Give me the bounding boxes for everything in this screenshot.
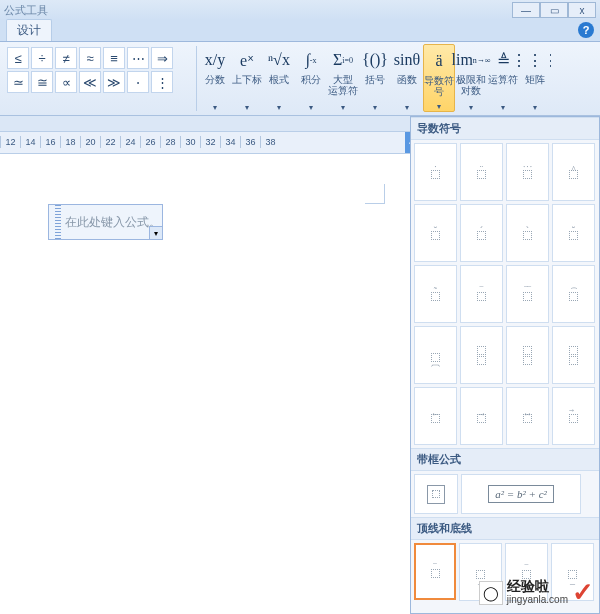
struct-label: 括号 — [365, 74, 385, 85]
struct-label: 矩阵 — [525, 74, 545, 85]
chevron-down-icon: ▾ — [277, 103, 281, 112]
accent-option[interactable]: ´ — [460, 204, 503, 262]
accent-option[interactable]: ‾ — [460, 265, 503, 323]
accent-option[interactable] — [552, 326, 595, 384]
struct-icon: ∫-x — [305, 46, 316, 74]
struct-icon: Σi=0 — [333, 46, 353, 74]
symbol-cell[interactable]: ∝ — [55, 71, 77, 93]
structure-group: x/y分数▾eˣ上下标▾ⁿ√x根式▾∫-x积分▾Σi=0大型运算符▾{()}括号… — [197, 42, 551, 115]
accent-option[interactable]: ^ — [552, 143, 595, 201]
struct-label: 导数符号 — [424, 75, 454, 97]
struct-icon: ⋮⋮⋮ — [511, 46, 551, 74]
accent-dropdown-panel: 导数符号 ˙¨˙˙˙^ˇ´`˘˜‾‾‾⏞⏠←→↔⃗ 带框公式 a² = b² +… — [410, 116, 600, 614]
symbol-cell[interactable]: ⇒ — [151, 47, 173, 69]
struct-极限和对数[interactable]: limn→∞极限和对数▾ — [455, 44, 487, 112]
bar-option[interactable]: ‾ — [414, 543, 456, 600]
symbol-cell[interactable]: ≠ — [55, 47, 77, 69]
struct-icon: limn→∞ — [451, 46, 490, 74]
symbol-cell[interactable]: ≪ — [79, 71, 101, 93]
struct-根式[interactable]: ⁿ√x根式▾ — [263, 44, 295, 112]
struct-函数[interactable]: sinθ函数▾ — [391, 44, 423, 112]
accent-option[interactable]: ` — [506, 204, 549, 262]
boxed-grid: a² = b² + c² — [411, 471, 599, 517]
watermark-check-icon: ✓ — [572, 577, 594, 608]
section-header-accent: 导数符号 — [411, 117, 599, 140]
accent-option[interactable]: ⏠ — [414, 326, 457, 384]
chevron-down-icon: ▾ — [437, 102, 441, 111]
equation-handle[interactable] — [55, 205, 61, 239]
struct-括号[interactable]: {()}括号▾ — [359, 44, 391, 112]
struct-label: 运算符 — [488, 74, 518, 85]
accent-option[interactable]: → — [460, 387, 503, 445]
chevron-down-icon: ▾ — [213, 103, 217, 112]
watermark-text-cn: 经验啦 — [507, 580, 568, 593]
struct-icon: eˣ — [240, 46, 254, 74]
accent-option[interactable]: ‾‾ — [506, 265, 549, 323]
accent-option[interactable]: ˙˙˙ — [506, 143, 549, 201]
symbol-cell[interactable]: ⋯ — [127, 47, 149, 69]
equation-placeholder-box[interactable]: 在此处键入公式。 ▾ — [48, 204, 163, 240]
symbol-cell[interactable]: ≃ — [7, 71, 29, 93]
struct-icon: {()} — [362, 46, 388, 74]
struct-icon: x/y — [205, 46, 225, 74]
accent-option[interactable]: ˙ — [414, 143, 457, 201]
symbol-cell[interactable]: ≤ — [7, 47, 29, 69]
accent-grid: ˙¨˙˙˙^ˇ´`˘˜‾‾‾⏞⏠←→↔⃗ — [411, 140, 599, 448]
boxed-formula-text: a² = b² + c² — [488, 485, 554, 503]
symbol-cell[interactable]: ⋮ — [151, 71, 173, 93]
help-icon[interactable]: ? — [578, 22, 594, 38]
accent-option[interactable]: ⃗ — [552, 387, 595, 445]
struct-矩阵[interactable]: ⋮⋮⋮矩阵▾ — [519, 44, 551, 112]
section-header-boxed: 带框公式 — [411, 448, 599, 471]
accent-option[interactable]: ↔ — [506, 387, 549, 445]
chevron-down-icon: ▾ — [245, 103, 249, 112]
struct-icon: ä — [435, 47, 442, 75]
section-header-bars: 顶线和底线 — [411, 517, 599, 540]
struct-label: 根式 — [269, 74, 289, 85]
boxed-option-formula[interactable]: a² = b² + c² — [461, 474, 581, 514]
symbol-cell[interactable]: ≡ — [103, 47, 125, 69]
struct-分数[interactable]: x/y分数▾ — [199, 44, 231, 112]
equation-placeholder-text: 在此处键入公式。 — [65, 214, 161, 231]
symbol-cell[interactable]: ≅ — [31, 71, 53, 93]
struct-label: 极限和对数 — [456, 74, 486, 96]
accent-option[interactable]: ˜ — [414, 265, 457, 323]
watermark-text-en: jingyanla.com — [507, 593, 568, 606]
struct-label: 上下标 — [232, 74, 262, 85]
symbol-cell[interactable]: ⋅ — [127, 71, 149, 93]
boxed-option-empty[interactable] — [414, 474, 458, 514]
minimize-button[interactable]: — — [512, 2, 540, 18]
accent-option[interactable]: ˘ — [552, 204, 595, 262]
struct-label: 分数 — [205, 74, 225, 85]
accent-option[interactable] — [460, 326, 503, 384]
chevron-down-icon: ▾ — [405, 103, 409, 112]
struct-icon: sinθ — [394, 46, 420, 74]
accent-option[interactable]: ˇ — [414, 204, 457, 262]
chevron-down-icon: ▾ — [341, 103, 345, 112]
chevron-down-icon: ▾ — [533, 103, 537, 112]
equation-options-dropdown[interactable]: ▾ — [149, 226, 163, 240]
close-button[interactable]: x — [568, 2, 596, 18]
restore-button[interactable]: ▭ — [540, 2, 568, 18]
symbol-cell[interactable]: ≫ — [103, 71, 125, 93]
struct-label: 积分 — [301, 74, 321, 85]
struct-积分[interactable]: ∫-x积分▾ — [295, 44, 327, 112]
struct-label: 函数 — [397, 74, 417, 85]
symbol-cell[interactable]: ÷ — [31, 47, 53, 69]
accent-option[interactable] — [506, 326, 549, 384]
accent-option[interactable]: ← — [414, 387, 457, 445]
watermark: ◯ 经验啦 jingyanla.com ✓ — [479, 577, 594, 608]
struct-icon: ≜ — [497, 46, 510, 74]
struct-导数符号[interactable]: ä导数符号▾ — [423, 44, 455, 112]
struct-label: 大型运算符 — [328, 74, 358, 96]
struct-上下标[interactable]: eˣ上下标▾ — [231, 44, 263, 112]
accent-option[interactable]: ¨ — [460, 143, 503, 201]
struct-icon: ⁿ√x — [268, 46, 290, 74]
chevron-down-icon: ▾ — [469, 103, 473, 112]
chevron-down-icon: ▾ — [309, 103, 313, 112]
struct-大型运算符[interactable]: Σi=0大型运算符▾ — [327, 44, 359, 112]
page-corner-mark — [365, 184, 385, 204]
tab-design[interactable]: 设计 — [6, 19, 52, 41]
symbol-cell[interactable]: ≈ — [79, 47, 101, 69]
accent-option[interactable]: ⏞ — [552, 265, 595, 323]
